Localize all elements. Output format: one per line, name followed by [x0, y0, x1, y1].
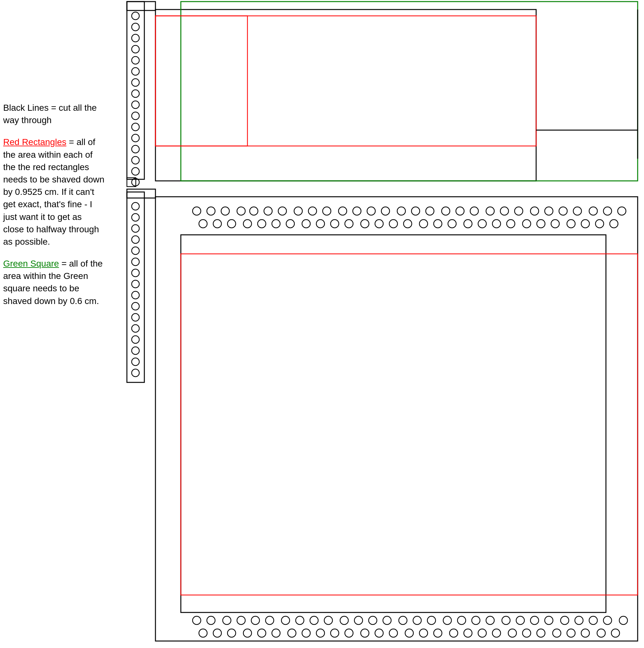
svg-point-71 [589, 207, 597, 215]
svg-point-131 [575, 616, 583, 625]
svg-point-123 [458, 616, 466, 625]
svg-point-114 [324, 616, 333, 625]
svg-point-14 [132, 156, 139, 164]
svg-point-130 [561, 616, 569, 625]
svg-point-142 [302, 629, 310, 637]
svg-point-29 [132, 225, 139, 232]
svg-point-102 [610, 220, 618, 228]
svg-point-84 [345, 220, 353, 228]
svg-point-149 [405, 629, 413, 637]
svg-rect-104 [181, 254, 638, 595]
svg-point-54 [339, 207, 347, 215]
svg-point-90 [434, 220, 442, 228]
svg-point-8 [132, 90, 139, 97]
svg-point-75 [213, 220, 222, 228]
black-lines-label: Black Lines = cut all the way through [3, 102, 105, 126]
green-square-label: Green Square = all of the area within th… [3, 257, 105, 307]
svg-point-10 [132, 112, 139, 120]
svg-point-157 [523, 629, 531, 637]
svg-point-156 [508, 629, 517, 637]
svg-point-32 [132, 258, 139, 266]
svg-point-4 [132, 45, 139, 53]
svg-point-129 [545, 616, 553, 625]
svg-point-152 [450, 629, 458, 637]
svg-rect-16 [127, 2, 156, 10]
svg-point-154 [478, 629, 486, 637]
red-word: Red Rectangles [3, 137, 66, 147]
svg-point-40 [132, 347, 139, 355]
svg-point-121 [427, 616, 435, 625]
svg-point-89 [419, 220, 428, 228]
svg-rect-43 [156, 197, 638, 641]
svg-point-60 [426, 207, 434, 215]
svg-point-144 [331, 629, 339, 637]
svg-point-118 [383, 616, 391, 625]
svg-point-151 [434, 629, 442, 637]
svg-point-107 [223, 616, 231, 625]
svg-point-150 [419, 629, 428, 637]
svg-point-147 [375, 629, 383, 637]
svg-point-95 [507, 220, 515, 228]
svg-point-137 [228, 629, 236, 637]
svg-point-128 [530, 616, 539, 625]
svg-point-2 [132, 23, 139, 31]
svg-point-15 [132, 168, 139, 175]
svg-point-161 [581, 629, 589, 637]
svg-point-110 [266, 616, 274, 625]
svg-point-140 [272, 629, 280, 637]
svg-point-42 [132, 369, 139, 377]
svg-point-70 [573, 207, 582, 215]
svg-point-143 [316, 629, 325, 637]
svg-point-33 [132, 269, 139, 277]
svg-point-59 [411, 207, 420, 215]
svg-point-38 [132, 325, 139, 332]
svg-point-127 [516, 616, 524, 625]
svg-point-7 [132, 79, 139, 86]
svg-point-66 [515, 207, 523, 215]
svg-point-98 [551, 220, 559, 228]
svg-point-119 [399, 616, 407, 625]
svg-point-132 [589, 616, 597, 625]
svg-point-162 [597, 629, 605, 637]
svg-point-35 [132, 291, 139, 299]
svg-point-5 [132, 56, 139, 64]
svg-point-116 [354, 616, 363, 625]
svg-point-158 [537, 629, 545, 637]
svg-point-68 [545, 207, 553, 215]
svg-point-58 [397, 207, 405, 215]
svg-rect-19 [156, 9, 536, 181]
svg-point-96 [523, 220, 531, 228]
green-word: Green Square [3, 259, 59, 268]
svg-point-11 [132, 123, 139, 131]
svg-point-53 [323, 207, 331, 215]
svg-rect-25 [127, 192, 144, 382]
svg-point-133 [603, 616, 611, 625]
svg-rect-103 [181, 235, 606, 612]
svg-point-97 [537, 220, 545, 228]
svg-point-36 [132, 303, 139, 310]
svg-point-91 [448, 220, 456, 228]
svg-point-141 [288, 629, 296, 637]
svg-point-139 [257, 629, 266, 637]
svg-point-87 [389, 220, 398, 228]
red-rectangles-label: Red Rectangles = all of the area within … [3, 136, 105, 248]
svg-point-122 [443, 616, 452, 625]
svg-point-99 [567, 220, 575, 228]
svg-point-109 [251, 616, 259, 625]
svg-point-83 [331, 220, 339, 228]
svg-point-49 [264, 207, 272, 215]
svg-point-67 [530, 207, 539, 215]
svg-point-117 [369, 616, 377, 625]
svg-point-115 [340, 616, 348, 625]
svg-point-41 [132, 358, 139, 366]
svg-point-100 [581, 220, 589, 228]
svg-point-13 [132, 145, 139, 153]
svg-rect-21 [156, 16, 247, 146]
svg-point-112 [296, 616, 304, 625]
svg-point-44 [192, 207, 201, 215]
svg-point-88 [404, 220, 412, 228]
svg-point-64 [486, 207, 494, 215]
svg-point-56 [367, 207, 375, 215]
svg-point-148 [389, 629, 398, 637]
svg-point-160 [567, 629, 575, 637]
